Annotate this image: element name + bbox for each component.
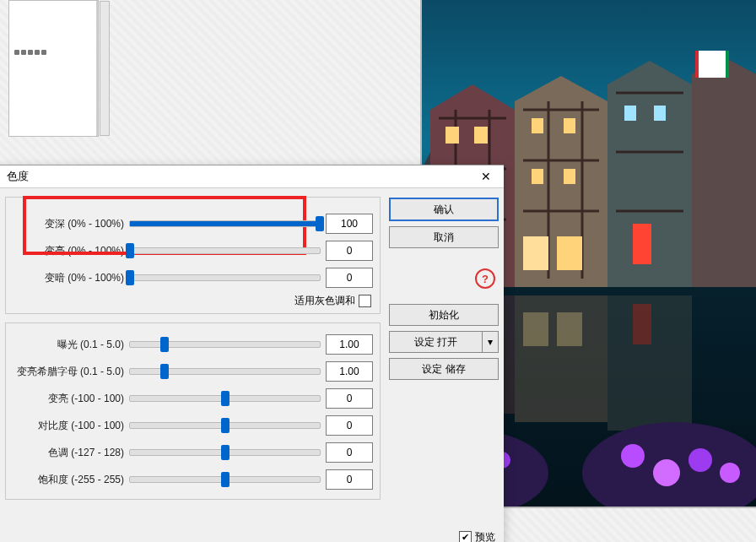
value-gamma[interactable]: 1.00 [326,361,373,382]
svg-rect-25 [564,118,575,133]
svg-rect-24 [532,118,543,133]
thumbnail-panel [8,0,99,137]
label-darken: 变深 (0% - 100%) [11,217,129,231]
dialog-titlebar[interactable]: 色度 ✕ [0,165,504,188]
value-exposure[interactable]: 1.00 [326,334,373,355]
slider-contrast[interactable] [129,422,321,429]
label-exposure: 曝光 (0.1 - 5.0) [11,338,129,352]
close-icon[interactable]: ✕ [472,167,500,186]
svg-rect-26 [532,169,543,184]
slider-saturation[interactable] [129,476,321,483]
row-lighten: 变亮 (0% - 100%) 0 [11,238,373,263]
label-contrast: 对比度 (-100 - 100) [11,419,129,433]
value-saturation[interactable]: 0 [326,469,373,490]
svg-rect-30 [523,236,548,270]
slider-dim[interactable] [129,274,321,281]
svg-rect-35 [726,51,729,78]
label-bright: 变亮 (-100 - 100) [11,392,129,406]
value-hue[interactable]: 0 [326,442,373,463]
row-saturation: 饱和度 (-255 - 255) 0 [11,467,373,492]
chroma-dialog: 色度 ✕ 变深 (0% - 100%) 100 [0,165,504,542]
svg-rect-32 [633,224,651,264]
slider-bright[interactable] [129,395,321,402]
svg-rect-29 [654,106,666,121]
svg-rect-31 [557,236,582,270]
svg-rect-27 [564,169,575,184]
label-hue: 色调 (-127 - 128) [11,446,129,460]
slider-exposure[interactable] [129,341,321,348]
settings-save-button[interactable]: 设定 储存 [389,358,499,380]
svg-point-48 [621,444,645,468]
slider-gamma[interactable] [129,368,321,375]
help-icon[interactable]: ? [475,268,495,289]
svg-rect-41 [557,312,582,346]
value-dim[interactable]: 0 [326,268,373,288]
slider-darken[interactable] [129,220,321,227]
preview-checkbox[interactable]: ✔ [459,531,472,542]
svg-point-50 [688,448,712,472]
row-gamma: 变亮希腊字母 (0.1 - 5.0) 1.00 [11,359,373,384]
app-workspace: 色度 ✕ 变深 (0% - 100%) 100 [0,0,756,542]
gray-harmony-label: 适用灰色调和 [294,294,355,308]
settings-open-dropdown[interactable]: ▾ [483,331,499,353]
row-bright: 变亮 (-100 - 100) 0 [11,386,373,411]
value-darken[interactable]: 100 [326,214,373,234]
gray-harmony-checkbox[interactable] [359,295,371,307]
settings-open-button[interactable]: 设定 打开 [389,331,483,353]
cancel-button[interactable]: 取消 [389,226,499,248]
slider-hue[interactable] [129,449,321,456]
label-saturation: 饱和度 (-255 - 255) [11,473,129,487]
row-contrast: 对比度 (-100 - 100) 0 [11,413,373,438]
init-button[interactable]: 初始化 [389,304,499,326]
svg-rect-33 [695,51,729,78]
svg-rect-21 [474,127,488,144]
value-lighten[interactable]: 0 [326,241,373,261]
preview-label: 预览 [475,530,495,542]
dialog-title: 色度 [7,169,29,184]
slider-lighten[interactable] [129,247,321,254]
row-hue: 色调 (-127 - 128) 0 [11,440,373,465]
ok-button[interactable]: 确认 [389,198,499,221]
svg-marker-5 [692,56,756,287]
value-contrast[interactable]: 0 [326,415,373,436]
svg-rect-34 [695,51,699,78]
svg-rect-20 [446,127,459,144]
svg-rect-42 [633,304,651,344]
group-exposure: 曝光 (0.1 - 5.0) 1.00 变亮希腊字母 (0.1 - 5.0) 1… [5,322,381,500]
row-dim: 变暗 (0% - 100%) 0 [11,265,373,290]
svg-rect-28 [624,106,636,121]
row-darken: 变深 (0% - 100%) 100 [11,211,373,236]
svg-point-49 [653,459,680,486]
label-gamma: 变亮希腊字母 (0.1 - 5.0) [11,365,129,379]
thumbnail-row [14,50,90,55]
svg-rect-40 [523,312,548,346]
label-dim: 变暗 (0% - 100%) [11,271,129,285]
svg-point-51 [720,463,740,483]
row-exposure: 曝光 (0.1 - 5.0) 1.00 [11,332,373,357]
value-bright[interactable]: 0 [326,388,373,409]
label-lighten: 变亮 (0% - 100%) [11,244,129,258]
group-tone: 变深 (0% - 100%) 100 变亮 (0% - 100%) 0 [5,197,381,314]
